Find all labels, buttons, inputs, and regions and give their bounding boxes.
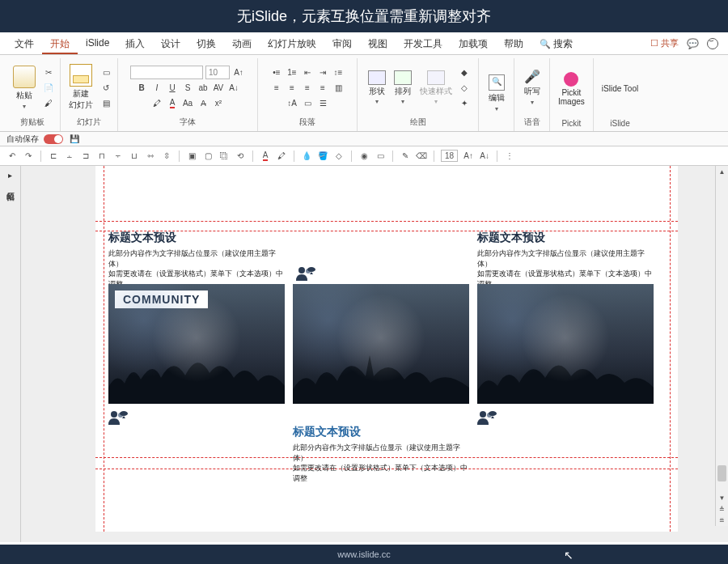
card-3[interactable]: 标题文本预设 此部分内容作为文字排版占位显示（建议使用主题字体） 如需更改请在（… — [477, 231, 654, 289]
tab-devtools[interactable]: 开发工具 — [396, 32, 451, 54]
shape-effects-icon[interactable]: ✦ — [458, 96, 471, 109]
tab-slideshow[interactable]: 幻灯片放映 — [260, 32, 324, 54]
highlight-qat[interactable]: 🖍 — [276, 151, 287, 162]
tab-animations[interactable]: 动画 — [224, 32, 260, 54]
eyedropper2-qat[interactable]: ✎ — [400, 151, 411, 162]
shape-outline-icon[interactable]: ◇ — [458, 81, 471, 94]
tab-insert[interactable]: 插入 — [117, 32, 153, 54]
card-1-image[interactable]: COMMUNITY — [108, 284, 285, 404]
tab-transitions[interactable]: 切换 — [188, 32, 224, 54]
scroll-down-arrow[interactable]: ▼ — [716, 492, 728, 503]
dictate-button[interactable]: 🎤 听写▾ — [521, 67, 544, 108]
font-size-select[interactable]: 10 — [205, 66, 230, 79]
outline-qat[interactable]: ◇ — [333, 151, 345, 162]
section-icon[interactable]: ▤ — [99, 96, 112, 109]
shape-fill-icon[interactable]: ◆ — [458, 66, 471, 78]
align-right-icon[interactable]: ≡ — [301, 81, 314, 94]
reset-icon[interactable]: ↺ — [99, 81, 112, 94]
quickstyles-button[interactable]: 快速样式▾ — [417, 69, 455, 107]
align-middle-qat[interactable]: ⫟ — [112, 151, 124, 162]
pickit-button[interactable]: Pickit Images — [555, 70, 588, 108]
align-left-qat[interactable]: ⊏ — [48, 151, 59, 162]
justify-icon[interactable]: ≡ — [316, 81, 329, 94]
scroll-up-arrow[interactable]: ▲ — [716, 166, 728, 177]
feedback-icon[interactable] — [707, 38, 718, 49]
indent-dec-icon[interactable]: ⇤ — [301, 66, 314, 78]
shadow-icon[interactable]: ab — [197, 82, 210, 95]
slide-panel-collapsed[interactable]: ▸ 厄留帕 — [0, 166, 21, 542]
scrollbar-thumb[interactable] — [717, 465, 726, 481]
highlight-icon[interactable]: 🖍 — [150, 97, 163, 110]
save-icon[interactable]: 💾 — [68, 133, 81, 146]
comments-icon[interactable]: 💬 — [687, 38, 699, 49]
fill-qat[interactable]: 🪣 — [317, 151, 328, 162]
tab-file[interactable]: 文件 — [6, 32, 42, 54]
merge-shapes-qat[interactable]: ◉ — [358, 151, 370, 162]
layout-icon[interactable]: ▭ — [99, 66, 112, 78]
islide-tool-button[interactable]: iSlide Tool — [599, 83, 641, 95]
underline-icon[interactable]: U — [166, 82, 179, 95]
columns-icon[interactable]: ▥ — [332, 81, 345, 94]
align-top-qat[interactable]: ⊓ — [96, 151, 108, 162]
bring-front-qat[interactable]: ▣ — [186, 151, 197, 162]
distribute-h-qat[interactable]: ⇿ — [145, 151, 156, 162]
card-3-image[interactable] — [477, 284, 654, 404]
search-box[interactable]: 搜索 — [531, 32, 581, 54]
tab-home[interactable]: 开始 — [42, 32, 78, 54]
font-color-qat[interactable]: A — [260, 151, 271, 162]
expand-arrow-icon[interactable]: ▸ — [8, 171, 12, 180]
tab-review[interactable]: 审阅 — [324, 32, 360, 54]
align-center-icon[interactable]: ≡ — [286, 81, 298, 94]
eraser-qat[interactable]: ⌫ — [416, 151, 427, 162]
font-name-select[interactable] — [130, 66, 203, 79]
canvas-area[interactable]: 标题文本预设 此部分内容作为文字排版占位显示（建议使用主题字体） 如需更改请在（… — [21, 166, 728, 542]
smartart-icon[interactable]: ☰ — [316, 96, 329, 109]
line-spacing-icon[interactable]: ↕≡ — [332, 66, 345, 78]
clear-format-icon[interactable]: A̶ — [197, 97, 210, 110]
align-left-icon[interactable]: ≡ — [270, 81, 283, 94]
font-increase-qat[interactable]: A↑ — [463, 151, 474, 162]
slide-canvas[interactable]: 标题文本预设 此部分内容作为文字排版占位显示（建议使用主题字体） 如需更改请在（… — [95, 166, 678, 532]
arrange-button[interactable]: 排列▾ — [392, 69, 414, 107]
font-color-icon[interactable]: A — [166, 97, 179, 110]
decrease-font-icon[interactable]: A↓ — [227, 82, 240, 95]
align-bottom-qat[interactable]: ⊔ — [129, 151, 140, 162]
cut-icon[interactable]: ✂ — [42, 66, 55, 78]
tab-islide[interactable]: iSlide — [78, 32, 117, 54]
bullets-icon[interactable]: •≡ — [270, 66, 283, 78]
bold-icon[interactable]: B — [135, 82, 148, 95]
send-back-qat[interactable]: ▢ — [202, 151, 214, 162]
rotate-qat[interactable]: ⟲ — [235, 151, 246, 162]
align-text-icon[interactable]: ▭ — [301, 96, 314, 109]
group-qat[interactable]: ⿻ — [218, 151, 230, 162]
new-slide-button[interactable]: 新建 幻灯片 — [66, 62, 96, 112]
autosave-toggle[interactable] — [44, 134, 63, 144]
share-button[interactable]: ☐ 共享 — [650, 37, 679, 49]
more-qat[interactable]: ⋮ — [504, 151, 515, 162]
numbering-icon[interactable]: 1≡ — [286, 66, 298, 78]
spacing-icon[interactable]: AV — [212, 82, 225, 95]
indent-inc-icon[interactable]: ⇥ — [316, 66, 329, 78]
card-1[interactable]: 标题文本预设 此部分内容作为文字排版占位显示（建议使用主题字体） 如需更改请在（… — [108, 231, 285, 289]
vertical-scrollbar[interactable]: ▲ ▼ ≜ ≝ — [715, 166, 728, 526]
align-right-qat[interactable]: ⊐ — [80, 151, 91, 162]
eyedropper-qat[interactable]: 💧 — [301, 151, 312, 162]
format-painter-icon[interactable]: 🖌 — [42, 96, 55, 109]
fontsize-qat[interactable]: 18 — [441, 150, 458, 162]
undo-icon[interactable]: ↶ — [6, 151, 18, 162]
font-decrease-qat[interactable]: A↓ — [479, 151, 490, 162]
align-center-h-qat[interactable]: ⫠ — [64, 151, 75, 162]
increase-font-icon[interactable]: A↑ — [232, 66, 245, 78]
distribute-v-qat[interactable]: ⇳ — [161, 151, 172, 162]
card-2[interactable]: 标题文本预设 此部分内容作为文字排版占位显示（建议使用主题字体） 如需更改请在（… — [293, 425, 469, 483]
prev-slide-arrow[interactable]: ≜ — [716, 503, 728, 515]
tab-help[interactable]: 帮助 — [496, 32, 531, 54]
shapes-button[interactable]: 形状▾ — [366, 69, 388, 107]
tab-design[interactable]: 设计 — [153, 32, 188, 54]
text-box-qat[interactable]: ▭ — [375, 151, 386, 162]
edit-button[interactable]: 编辑▾ — [485, 73, 508, 114]
copy-icon[interactable]: 📄 — [42, 81, 55, 94]
case-icon[interactable]: Aa — [181, 97, 194, 110]
italic-icon[interactable]: I — [150, 82, 163, 95]
super-sub-icon[interactable]: x² — [212, 97, 225, 110]
